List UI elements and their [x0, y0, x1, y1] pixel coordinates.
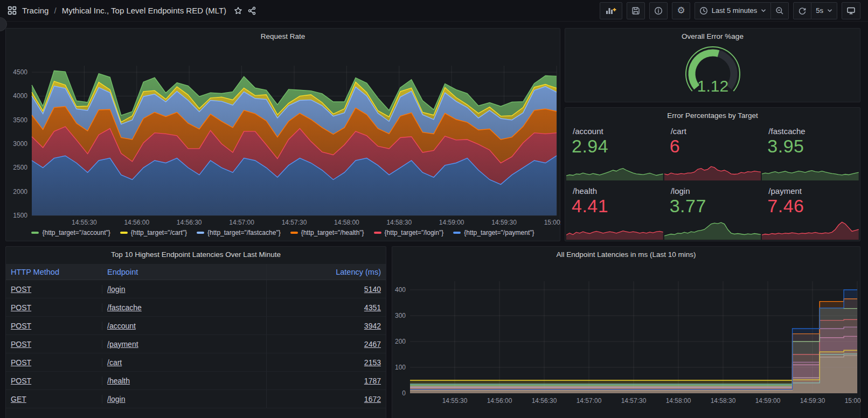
table-cell: POST [6, 322, 102, 330]
latency-link[interactable]: 2153 [364, 358, 381, 367]
table-cell: POST [6, 303, 102, 312]
panel-title: Error Percentages by Target [565, 112, 860, 120]
x-axis-label: 14:56:30 [177, 219, 202, 226]
stat-value: 2.94 [572, 136, 608, 157]
method-link[interactable]: POST [11, 340, 31, 349]
column-header-method[interactable]: HTTP Method [6, 268, 102, 276]
table-header-row: HTTP MethodEndpointLatency (ms) [6, 264, 386, 280]
latency-link[interactable]: 4351 [364, 303, 381, 312]
legend-label: {http_target="/fastcache"} [207, 229, 281, 236]
stat-tile-login: /login3.77 [664, 182, 761, 240]
latency-link[interactable]: 3942 [364, 322, 381, 330]
method-link[interactable]: POST [11, 322, 31, 330]
table-cell: /account [102, 322, 266, 330]
table-cell: 1672 [266, 390, 386, 408]
y-axis-label: 2000 [13, 188, 27, 196]
add-panel-button[interactable] [600, 2, 622, 19]
table-cell: /login [102, 285, 266, 294]
method-link[interactable]: POST [11, 303, 31, 312]
error-percentage-stats: /account2.94/cart6/fastcache3.95/health4… [566, 122, 859, 240]
top-navigation-bar: Tracing / Mythical Inc., Top Level Endpo… [0, 0, 868, 22]
zoom-out-icon [775, 6, 784, 15]
method-link[interactable]: POST [11, 358, 31, 367]
endpoint-link[interactable]: /cart [107, 358, 122, 367]
method-link[interactable]: GET [11, 395, 26, 403]
table-cell: /health [102, 377, 266, 385]
y-axis-label: 3500 [13, 116, 27, 124]
legend-label: {http_target="/payment"} [464, 229, 534, 236]
table-row: POST/login5140 [6, 280, 386, 298]
zoom-out-time-button[interactable] [771, 2, 789, 19]
endpoint-link[interactable]: /payment [107, 340, 138, 349]
legend-item[interactable]: {http_target="/fastcache"} [197, 229, 281, 236]
table-cell: 3942 [266, 317, 386, 335]
x-axis-label: 14:57:30 [621, 397, 647, 405]
latency-link[interactable]: 1672 [364, 395, 381, 403]
save-dashboard-button[interactable] [627, 2, 645, 19]
table-cell: POST [6, 358, 102, 367]
latency-plot[interactable]: 400300200100014:55:3014:56:0014:56:3014:… [392, 260, 861, 413]
x-axis-label: 14:59:30 [800, 397, 825, 405]
legend-color-dash [197, 232, 204, 234]
panel-error-by-target: Error Percentages by Target /account2.94… [565, 107, 860, 241]
dashboard-insights-button[interactable] [649, 2, 668, 19]
legend-label: {http_target="/account"} [42, 229, 110, 236]
method-link[interactable]: POST [11, 285, 31, 294]
stat-target-label: /account [573, 127, 603, 136]
legend-item[interactable]: {http_target="/account"} [31, 229, 110, 236]
endpoint-link[interactable]: /login [107, 395, 125, 403]
share-icon[interactable] [248, 6, 256, 15]
x-axis-label: 14:58:00 [666, 397, 691, 405]
legend-item[interactable]: {http_target="/cart"} [120, 229, 187, 236]
all-latencies-chart[interactable]: 400300200100014:55:3014:56:0014:56:3014:… [392, 260, 861, 413]
latency-link[interactable]: 1787 [364, 377, 381, 385]
x-axis-label: 14:59:00 [439, 219, 464, 226]
dashboard-toolbar: ⚙ Last 5 minutes [600, 2, 860, 19]
table-row: POST/cart2153 [6, 353, 386, 372]
x-axis-label: 14:57:00 [577, 397, 602, 405]
breadcrumb-section[interactable]: Tracing [22, 6, 48, 15]
apps-grid-icon[interactable] [8, 6, 17, 15]
latency-link[interactable]: 5140 [364, 285, 381, 294]
endpoint-link[interactable]: /fastcache [107, 303, 142, 312]
legend-item[interactable]: {http_target="/health"} [290, 229, 364, 236]
x-axis-label: 14:57:30 [282, 219, 307, 226]
table-cell: 4351 [266, 298, 386, 316]
x-axis-label: 14:57:00 [229, 219, 254, 226]
stat-tile-fastcache: /fastcache3.95 [762, 122, 859, 180]
dashboard-settings-button[interactable]: ⚙ [672, 2, 690, 19]
chevron-down-icon [761, 9, 766, 12]
endpoint-link[interactable]: /health [107, 377, 130, 385]
x-axis-label: 14:59:30 [491, 219, 517, 226]
request-rate-plot[interactable]: 450040003500300025002000150014:55:3014:5… [6, 41, 561, 229]
favorite-star-icon[interactable] [234, 6, 242, 15]
refresh-interval-picker[interactable]: 5s [811, 2, 837, 19]
latency-link[interactable]: 2467 [364, 340, 381, 349]
request-rate-chart[interactable]: 450040003500300025002000150014:55:3014:5… [6, 41, 561, 229]
overall-error-gauge: 1.12 [565, 43, 860, 101]
panel-title: All Endpoint Latencies in ms (Last 10 mi… [392, 250, 860, 259]
stat-tile-payment: /payment7.46 [762, 182, 859, 240]
stat-sparkline [762, 159, 859, 180]
refresh-interval-label: 5s [816, 6, 823, 15]
table-cell: /payment [102, 340, 266, 349]
x-axis-label: 14:55:30 [442, 397, 468, 405]
y-axis-label: 400 [395, 286, 406, 294]
time-range-picker[interactable]: Last 5 minutes [695, 2, 772, 19]
column-header-endpoint[interactable]: Endpoint [102, 268, 266, 276]
method-link[interactable]: POST [11, 377, 31, 385]
time-picker-group: Last 5 minutes [695, 2, 789, 19]
endpoint-link[interactable]: /login [107, 285, 125, 294]
table-cell: /login [102, 395, 266, 403]
endpoint-link[interactable]: /account [107, 322, 136, 330]
gear-icon: ⚙ [677, 6, 685, 15]
cycle-view-mode-button[interactable] [842, 2, 860, 19]
grafana-dashboard: Tracing / Mythical Inc., Top Level Endpo… [0, 0, 868, 418]
stat-tile-health: /health4.41 [566, 182, 663, 240]
legend-color-dash [31, 232, 39, 234]
table-cell: /cart [102, 358, 266, 367]
legend-item[interactable]: {http_target="/payment"} [453, 229, 534, 236]
column-header-latency[interactable]: Latency (ms) [266, 264, 386, 280]
refresh-dashboard-button[interactable] [793, 2, 811, 19]
legend-item[interactable]: {http_target="/login"} [374, 229, 444, 236]
